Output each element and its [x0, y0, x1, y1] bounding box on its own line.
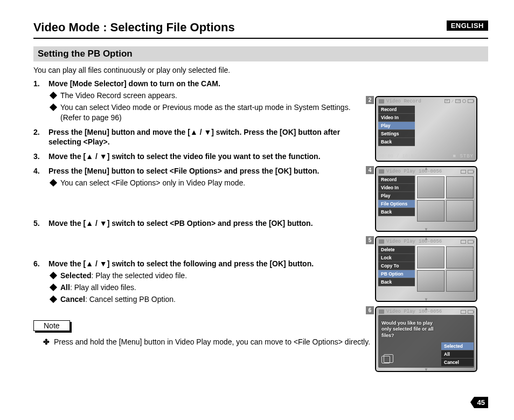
down-arrow-icon: ▼	[424, 367, 428, 372]
screen-title: Video Record	[386, 99, 421, 104]
dialog-question: Would you like to play only selected fil…	[381, 320, 441, 339]
file-id: 100-0056	[419, 239, 442, 244]
menu-item-record[interactable]: Record	[378, 106, 415, 114]
screen-title: Video Play	[386, 239, 415, 244]
video-thumbnail[interactable]	[417, 246, 444, 268]
thumbnail-grid	[417, 246, 474, 292]
menu-item-delete[interactable]: Delete	[378, 246, 415, 254]
menu-item-back[interactable]: Back	[378, 208, 415, 216]
up-down-icon: ▲ / ▼	[190, 127, 211, 137]
camera-icon	[379, 309, 384, 314]
battery-icon	[468, 170, 474, 174]
step-subtext: Cancel: Cancel setting PB Option.	[60, 294, 176, 305]
menu-item-play[interactable]: Play	[378, 122, 415, 130]
section-subtitle: Setting the PB Option	[33, 46, 488, 61]
diamond-bullet-icon	[50, 272, 57, 279]
video-thumbnail[interactable]	[417, 176, 444, 198]
down-arrow-icon: ▼	[424, 297, 428, 302]
intro-text: You can play all files continuously or p…	[33, 66, 488, 74]
camera-icon	[379, 169, 384, 174]
step-heading: Move the [▲ / ▼] switch to select the fo…	[48, 259, 359, 269]
file-id: 100-0056	[419, 169, 442, 174]
battery-icon	[468, 240, 474, 244]
screen-title: Video Play	[386, 309, 415, 314]
screen-menu: Record Video In Play Settings Back	[378, 106, 415, 146]
file-id: 100-0056	[419, 309, 442, 314]
screenshot-5: 5 ▲ Video Play 100-0056 Delete Lock Copy…	[375, 236, 488, 302]
thumbnail-grid	[417, 176, 474, 222]
step-subtext: You can select Video mode or Previous mo…	[60, 102, 359, 123]
video-thumbnail[interactable]	[446, 176, 474, 198]
option-cancel[interactable]: Cancel	[441, 359, 474, 367]
screenshot-step-tag: 5	[366, 236, 374, 244]
record-dot-icon	[462, 99, 466, 103]
note-label: Note	[33, 320, 70, 331]
menu-item-video-in[interactable]: Video In	[378, 184, 415, 192]
screenshot-2: 2 Video Record SF / 720 Record Video In	[375, 96, 488, 162]
step-heading: Move [Mode Selector] down to turn on the…	[48, 79, 359, 89]
step-number: 2.	[33, 127, 48, 137]
screenshot-step-tag: 6	[366, 306, 374, 314]
diamond-bullet-icon	[50, 104, 57, 111]
menu-item-copy-to[interactable]: Copy To	[378, 262, 415, 270]
card-icon	[461, 240, 466, 244]
camera-icon	[379, 239, 384, 244]
screenshot-column: 2 Video Record SF / 720 Record Video In	[375, 96, 488, 376]
screenshot-step-tag: 4	[366, 166, 374, 174]
card-icon	[461, 170, 466, 174]
video-thumbnail[interactable]	[417, 270, 444, 292]
diamond-bullet-icon	[50, 284, 57, 291]
step-number: 5.	[33, 218, 48, 229]
option-selected[interactable]: Selected	[441, 342, 474, 350]
down-arrow-icon: ▼	[424, 227, 428, 232]
step-number: 6.	[33, 259, 48, 269]
step-subtext: You can select <File Options> only in Vi…	[60, 178, 245, 188]
screenshot-6: 6 ▲ Video Play 100-0056 Would you like t…	[375, 306, 488, 372]
step-subtext: All: Play all video files.	[60, 283, 136, 293]
up-down-icon: ▲ / ▼	[86, 259, 107, 269]
menu-item-back[interactable]: Back	[378, 278, 415, 286]
quality-badge: SF	[444, 99, 450, 103]
step-subtext: Selected: Play the selected video file.	[60, 271, 187, 281]
screen-menu: Record Video In Play File Options Back	[378, 176, 415, 216]
screenshot-4: 4 ▲ Video Play 100-0056 Record Video In …	[375, 166, 488, 232]
battery-icon	[468, 99, 474, 103]
up-down-icon: ▲ / ▼	[86, 218, 107, 229]
option-all[interactable]: All	[441, 350, 474, 359]
camera-icon	[379, 99, 384, 104]
video-thumbnail[interactable]	[446, 246, 474, 268]
dialog-options: Selected All Cancel	[441, 342, 474, 367]
step-heading: Move the [▲ / ▼] switch to select the vi…	[48, 152, 359, 162]
note-text: Press and hold the [Menu] button in Vide…	[54, 338, 370, 346]
menu-item-video-in[interactable]: Video In	[378, 114, 415, 122]
screen-title: Video Play	[386, 169, 415, 174]
note-bullet-icon: ✤	[43, 338, 50, 346]
step-heading: Press the [Menu] button to select <File …	[48, 166, 359, 176]
screen-menu: Delete Lock Copy To PB Option Back	[378, 246, 415, 286]
diamond-bullet-icon	[50, 295, 57, 303]
standby-indicator: ■ STBY	[453, 154, 474, 159]
copy-icon	[381, 356, 390, 363]
menu-item-record[interactable]: Record	[378, 176, 415, 184]
diamond-bullet-icon	[50, 92, 57, 99]
video-thumbnail[interactable]	[417, 200, 444, 222]
resolution-badge: 720	[455, 99, 461, 103]
step-number: 3.	[33, 152, 48, 162]
menu-item-lock[interactable]: Lock	[378, 254, 415, 262]
step-subtext: The Video Record screen appears.	[60, 91, 177, 101]
menu-item-settings[interactable]: Settings	[378, 130, 415, 138]
video-thumbnail[interactable]	[446, 200, 474, 222]
video-thumbnail[interactable]	[446, 270, 474, 292]
language-badge: ENGLISH	[447, 20, 488, 31]
step-number: 4.	[33, 166, 48, 176]
menu-item-back[interactable]: Back	[378, 138, 415, 146]
battery-icon	[468, 310, 474, 314]
time-counter: 00:00 / 10:57	[379, 154, 416, 159]
menu-item-play[interactable]: Play	[378, 192, 415, 200]
step-heading: Press the [Menu] button and move the [▲ …	[48, 127, 359, 148]
menu-item-file-options[interactable]: File Options	[378, 200, 415, 208]
menu-item-pb-option[interactable]: PB Option	[378, 270, 415, 278]
up-down-icon: ▲ / ▼	[86, 152, 107, 162]
slash: /	[452, 99, 454, 104]
page-title: Video Mode : Selecting File Options	[33, 20, 488, 39]
